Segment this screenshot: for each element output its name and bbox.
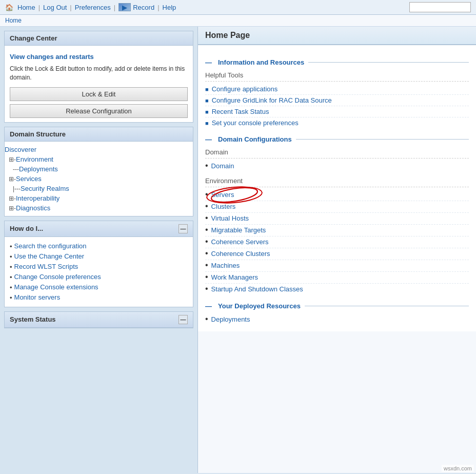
servers-highlight: Servers bbox=[211, 191, 234, 199]
howdoi-manage-extensions-link[interactable]: Manage Console extensions bbox=[14, 283, 98, 291]
howdoi-monitor-servers-link[interactable]: Monitor servers bbox=[14, 293, 61, 301]
section-line-3 bbox=[305, 306, 469, 306]
clusters-link[interactable]: Clusters bbox=[211, 203, 236, 210]
nav-separator-3: | bbox=[114, 4, 115, 11]
tree-item-environment[interactable]: ⊞-Environment bbox=[9, 154, 193, 164]
machines-link[interactable]: Machines bbox=[211, 262, 240, 269]
tree-prefix-int: ⊞- bbox=[9, 195, 16, 202]
bullet-coherence-clusters: • bbox=[205, 249, 208, 258]
tree-link-interoperability[interactable]: Interoperability bbox=[16, 194, 60, 202]
list-item: ■ Configure GridLink for RAC Data Source bbox=[205, 95, 469, 106]
list-item: Monitor servers bbox=[10, 292, 188, 303]
home-icon: 🏠 bbox=[5, 4, 13, 11]
list-item: ■ Recent Task Status bbox=[205, 106, 469, 117]
helpful-tools-list: ■ Configure applications ■ Configure Gri… bbox=[205, 84, 469, 128]
howdoi-record-wlst-link[interactable]: Record WLST Scripts bbox=[14, 263, 78, 270]
virtual-hosts-link[interactable]: Virtual Hosts bbox=[211, 214, 249, 222]
section-dash-2: — bbox=[205, 135, 212, 143]
coherence-clusters-link[interactable]: Coherence Clusters bbox=[211, 250, 270, 258]
section-line-1 bbox=[308, 62, 469, 63]
bullet-clusters: • bbox=[205, 202, 208, 211]
domain-list: • Domain bbox=[205, 161, 469, 172]
tree-link-environment[interactable]: Environment bbox=[16, 155, 53, 163]
list-item: • Coherence Clusters bbox=[205, 248, 469, 260]
tree-item-security-realms[interactable]: |---Security Realms bbox=[13, 184, 193, 193]
breadcrumb: Home bbox=[0, 15, 476, 27]
list-item: • Virtual Hosts bbox=[205, 213, 469, 225]
section-dash-1: — bbox=[205, 58, 212, 66]
breadcrumb-home-link[interactable]: Home bbox=[5, 17, 22, 24]
bullet-migratable-targets: • bbox=[205, 225, 208, 234]
deployed-resources-list: • Deployments bbox=[205, 314, 469, 325]
logout-nav-link[interactable]: Log Out bbox=[43, 4, 67, 11]
list-item: • Startup And Shutdown Classes bbox=[205, 284, 469, 295]
content-area: Home Page — Information and Resources He… bbox=[197, 27, 476, 473]
help-nav-link[interactable]: Help bbox=[163, 4, 176, 11]
domain-structure-title: Domain Structure bbox=[10, 130, 66, 138]
tree-item-services[interactable]: ⊞-Services bbox=[9, 174, 193, 184]
preferences-nav-link[interactable]: Preferences bbox=[75, 4, 111, 11]
tree-item-interoperability[interactable]: ⊞-Interoperability bbox=[9, 193, 193, 203]
coherence-servers-link[interactable]: Coherence Servers bbox=[211, 238, 269, 246]
deployed-resources-title: Your Deployed Resources bbox=[218, 302, 301, 310]
recent-task-status-link[interactable]: Recent Task Status bbox=[212, 108, 269, 115]
domain-link[interactable]: Domain bbox=[211, 162, 234, 170]
howdoi-collapse-button[interactable]: — bbox=[179, 224, 188, 233]
home-nav-link[interactable]: Home bbox=[17, 4, 35, 11]
bullet-servers: • bbox=[205, 190, 208, 199]
bullet-machines: • bbox=[205, 261, 208, 270]
section-dash-3: — bbox=[205, 302, 212, 310]
system-status-collapse-button[interactable]: — bbox=[179, 315, 188, 324]
list-item: • Machines bbox=[205, 260, 469, 272]
watermark: wsxdn.com bbox=[442, 465, 474, 472]
view-changes-link[interactable]: View changes and restarts bbox=[10, 53, 188, 61]
howdoi-console-prefs-link[interactable]: Change Console preferences bbox=[14, 273, 101, 281]
migratable-targets-link[interactable]: Migratable Targets bbox=[211, 226, 266, 234]
work-managers-link[interactable]: Work Managers bbox=[211, 273, 259, 281]
list-item: ■ Set your console preferences bbox=[205, 117, 469, 128]
tree-link-deployments[interactable]: Deployments bbox=[19, 165, 58, 173]
record-nav-link[interactable]: Record bbox=[133, 4, 154, 11]
bullet-configure-apps: ■ bbox=[205, 86, 209, 92]
environment-list: • Servers • Clusters • Virtual Hosts bbox=[205, 189, 469, 295]
bullet-gridlink: ■ bbox=[205, 97, 209, 104]
list-item: Search the configuration bbox=[10, 241, 188, 251]
system-status-title: System Status bbox=[10, 315, 56, 323]
bullet-recent-task: ■ bbox=[205, 109, 209, 115]
configure-gridlink-link[interactable]: Configure GridLink for RAC Data Source bbox=[212, 96, 332, 104]
record-icon: ▶ bbox=[118, 3, 131, 11]
tree-link-services[interactable]: Services bbox=[16, 175, 42, 183]
list-item: • Work Managers bbox=[205, 272, 469, 284]
bullet-virtual-hosts: • bbox=[205, 213, 208, 223]
configure-applications-link[interactable]: Configure applications bbox=[212, 85, 278, 93]
change-center-title: Change Center bbox=[10, 34, 57, 42]
top-nav-search[interactable] bbox=[409, 2, 471, 12]
lock-edit-button[interactable]: Lock & Edit bbox=[10, 87, 188, 101]
howdoi-search-link[interactable]: Search the configuration bbox=[14, 242, 87, 250]
tree-item-deployments[interactable]: ---Deployments bbox=[13, 164, 193, 174]
release-config-button[interactable]: Release Configuration bbox=[10, 104, 188, 118]
nav-separator-4: | bbox=[157, 4, 159, 11]
tree-root-discoverer[interactable]: Discoverer bbox=[5, 145, 193, 154]
bullet-console-prefs: ■ bbox=[205, 120, 209, 126]
top-nav: 🏠 Home | Log Out | Preferences | ▶ Recor… bbox=[0, 0, 476, 15]
list-item: • Deployments bbox=[205, 314, 469, 325]
domain-structure-panel: Domain Structure Discoverer ⊞-Environmen… bbox=[4, 127, 193, 216]
servers-link[interactable]: Servers bbox=[211, 191, 234, 199]
tree-item-diagnostics[interactable]: ⊞-Diagnostics bbox=[9, 203, 193, 213]
startup-shutdown-link[interactable]: Startup And Shutdown Classes bbox=[211, 285, 303, 293]
set-console-prefs-link[interactable]: Set your console preferences bbox=[212, 119, 299, 127]
list-item: • Migratable Targets bbox=[205, 225, 469, 236]
howdoi-change-center-link[interactable]: Use the Change Center bbox=[14, 252, 85, 260]
page-title: Home Page bbox=[198, 27, 476, 45]
bullet-work-managers: • bbox=[205, 272, 208, 282]
tree-link-diagnostics[interactable]: Diagnostics bbox=[16, 204, 50, 212]
deployments-link[interactable]: Deployments bbox=[211, 315, 250, 323]
domain-subtitle: Domain bbox=[205, 148, 469, 159]
tree-link-security-realms[interactable]: Security Realms bbox=[21, 185, 69, 192]
helpful-tools-subtitle: Helpful Tools bbox=[205, 71, 469, 82]
howdoi-panel: How do I... — Search the configuration U… bbox=[4, 221, 193, 307]
tree-prefix-dep: --- bbox=[13, 166, 19, 173]
list-item: • Servers bbox=[205, 189, 469, 201]
content-body: — Information and Resources Helpful Tool… bbox=[198, 45, 476, 331]
